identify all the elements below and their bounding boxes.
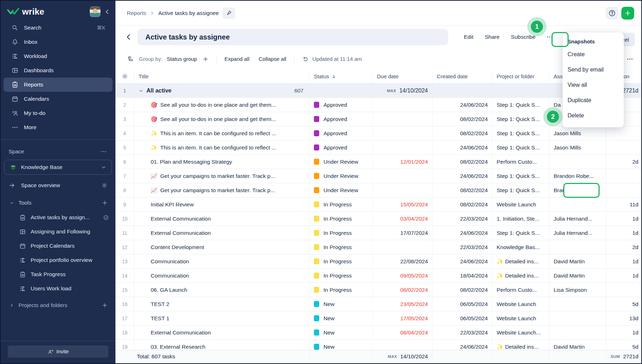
menu-item-delete[interactable]: Delete — [563, 108, 624, 123]
assignee-cell[interactable]: Brandon Robe... — [549, 183, 606, 197]
project-cell[interactable]: Knowledge Bas... — [492, 240, 549, 254]
table-row[interactable]: 9 Initial KPI Review In Progress 15/05/2… — [115, 197, 642, 212]
project-cell[interactable]: Step 1: Quick S... — [492, 226, 549, 240]
status-cell[interactable]: In Progress — [310, 269, 373, 283]
assignee-cell[interactable]: Jason Mills — [549, 126, 606, 140]
created-date-cell[interactable]: 22/03/2024 — [433, 212, 492, 226]
table-row[interactable]: 5 ✨This is an item. It can be configured… — [115, 141, 642, 155]
created-date-cell[interactable]: 06/05/2024 — [433, 311, 492, 325]
duration-cell[interactable]: 1d — [606, 254, 642, 268]
group-by-value[interactable]: Status group — [167, 56, 197, 62]
status-cell[interactable]: New — [310, 297, 373, 311]
assignee-cell[interactable] — [549, 197, 606, 211]
due-date-cell[interactable] — [373, 141, 433, 154]
table-row[interactable]: 11 External Communication In Progress 17… — [115, 226, 642, 240]
sidebar-tool-project-calendars[interactable]: Project Calendars — [1, 239, 115, 253]
duration-cell[interactable] — [606, 183, 642, 197]
sidebar-item-space-overview[interactable]: Space overview — [1, 178, 115, 192]
status-cell[interactable]: In Progress — [310, 240, 373, 254]
project-cell[interactable]: Perform Custo... — [492, 155, 549, 169]
menu-item-create[interactable]: Create — [563, 47, 624, 62]
assignee-cell[interactable]: David Martin — [549, 269, 606, 283]
sidebar-tool-active-tasks-by-assign-[interactable]: Active tasks by assign... — [1, 210, 115, 225]
created-date-cell[interactable]: 24/06/2024 — [433, 254, 492, 268]
status-cell[interactable]: In Progress — [310, 283, 373, 297]
sidebar-collapse-icon[interactable] — [104, 9, 110, 15]
table-row[interactable]: 4 ✨This is an item. It can be configured… — [115, 126, 642, 141]
duration-cell[interactable] — [606, 283, 642, 297]
table-row[interactable]: 10 External Communication In Progress 03… — [115, 212, 642, 226]
project-cell[interactable]: Website Launch... — [492, 326, 549, 339]
due-date-cell[interactable] — [373, 183, 433, 197]
duration-cell[interactable]: 11d — [606, 197, 642, 211]
task-title-cell[interactable]: TEST 1 — [134, 311, 310, 325]
project-cell[interactable]: Step 1: Quick S... — [492, 98, 549, 112]
table-row[interactable]: 8 📈Get your campaigns to market faster. … — [115, 183, 642, 197]
assignee-cell[interactable]: Jason Mills — [549, 141, 606, 154]
add-grouping-icon[interactable] — [203, 56, 208, 62]
pin-button[interactable] — [222, 7, 235, 19]
avatar[interactable] — [90, 6, 100, 17]
status-cell[interactable]: New — [310, 311, 373, 325]
status-cell[interactable]: Approved — [310, 141, 373, 154]
table-row[interactable]: 15 06. GA Launch In Progress 08/02/2024 … — [115, 283, 642, 297]
table-row[interactable]: 7 📈Get your campaigns to market faster. … — [115, 169, 642, 183]
task-title-cell[interactable]: External Communication — [134, 226, 310, 240]
project-cell[interactable]: Step 1: Quick S... — [492, 169, 549, 183]
due-date-cell[interactable]: 08/02/2024 — [373, 283, 433, 297]
sidebar-item-my-to-do[interactable]: My to-do — [4, 106, 113, 120]
project-cell[interactable]: 1. Initiation, Ste... — [492, 212, 549, 226]
refresh-icon[interactable] — [302, 56, 309, 62]
table-row[interactable]: 16 TEST 2 New 23/05/2024 06/05/2024 Webs… — [115, 297, 642, 311]
status-cell[interactable]: New — [310, 326, 373, 339]
duration-cell[interactable]: 5d — [606, 297, 642, 311]
status-cell[interactable]: Under Review — [310, 155, 373, 169]
collapse-group-icon[interactable] — [139, 88, 144, 93]
assignee-cell[interactable]: Julia Hernand... — [549, 226, 606, 240]
created-date-cell[interactable]: 24/06/2024 — [433, 141, 492, 154]
created-date-cell[interactable]: 18/04/2024 — [433, 269, 492, 283]
create-button[interactable] — [621, 7, 634, 20]
created-date-cell[interactable]: 06/05/2024 — [433, 297, 492, 311]
assignee-cell[interactable] — [549, 155, 606, 169]
sidebar-item-inbox[interactable]: Inbox — [4, 35, 113, 49]
task-title-cell[interactable]: Content Development — [134, 240, 310, 254]
invite-button[interactable]: Invite — [8, 345, 108, 358]
assignee-cell[interactable]: Lisa Simpson — [549, 283, 606, 297]
task-title-cell[interactable]: ✨This is an item. It can be configured t… — [134, 126, 310, 140]
duration-cell[interactable] — [606, 169, 642, 183]
status-cell[interactable]: In Progress — [310, 212, 373, 226]
sidebar-item-projects-and-folders[interactable]: Projects and folders — [1, 298, 115, 313]
table-options-icon[interactable] — [626, 56, 633, 63]
space-selector[interactable]: Knowledge Base — [4, 160, 112, 175]
status-cell[interactable]: Approved — [310, 112, 373, 126]
space-more-icon[interactable] — [100, 148, 107, 155]
report-title-field[interactable]: Active tasks by assignee — [138, 29, 448, 45]
sidebar-item-calendars[interactable]: Calendars — [4, 92, 113, 106]
task-title-cell[interactable]: Communication — [134, 254, 310, 268]
table-row[interactable]: 6 01. Plan and Messaging Strategy Under … — [115, 155, 642, 169]
duration-cell[interactable]: 1d — [606, 326, 642, 339]
created-date-cell[interactable]: 08/02/2024 — [433, 183, 492, 197]
task-title-cell[interactable]: 01. Plan and Messaging Strategy — [134, 155, 310, 169]
created-date-cell[interactable]: 22/03/2024 — [433, 240, 492, 254]
duration-cell[interactable]: 13d — [606, 311, 642, 325]
created-date-cell[interactable]: 08/02/2024 — [433, 112, 492, 126]
table-row[interactable]: 13 Communication In Progress 22/08/2024 … — [115, 254, 642, 269]
due-date-cell[interactable]: 23/05/2024 — [373, 297, 433, 311]
assignee-cell[interactable] — [549, 297, 606, 311]
duration-cell[interactable] — [606, 126, 642, 140]
due-date-cell[interactable]: 03/04/2024 — [373, 212, 433, 226]
due-date-cell[interactable] — [373, 98, 433, 112]
project-cell[interactable]: ✨ Detailed ins... — [492, 269, 549, 283]
collapse-all-button[interactable]: Collapse all — [259, 56, 286, 62]
status-cell[interactable]: Approved — [310, 126, 373, 140]
assignee-cell[interactable] — [549, 240, 606, 254]
created-date-cell[interactable]: 08/02/2024 — [433, 155, 492, 169]
sidebar-tool-users-work-load[interactable]: Users Work load — [1, 281, 115, 296]
menu-item-send-by-email[interactable]: Send by email — [563, 62, 624, 77]
project-cell[interactable]: Step 1: Quick S... — [492, 141, 549, 154]
assignee-cell[interactable] — [549, 311, 606, 325]
duration-cell[interactable]: 1d — [606, 269, 642, 283]
column-settings-icon[interactable] — [121, 73, 128, 80]
